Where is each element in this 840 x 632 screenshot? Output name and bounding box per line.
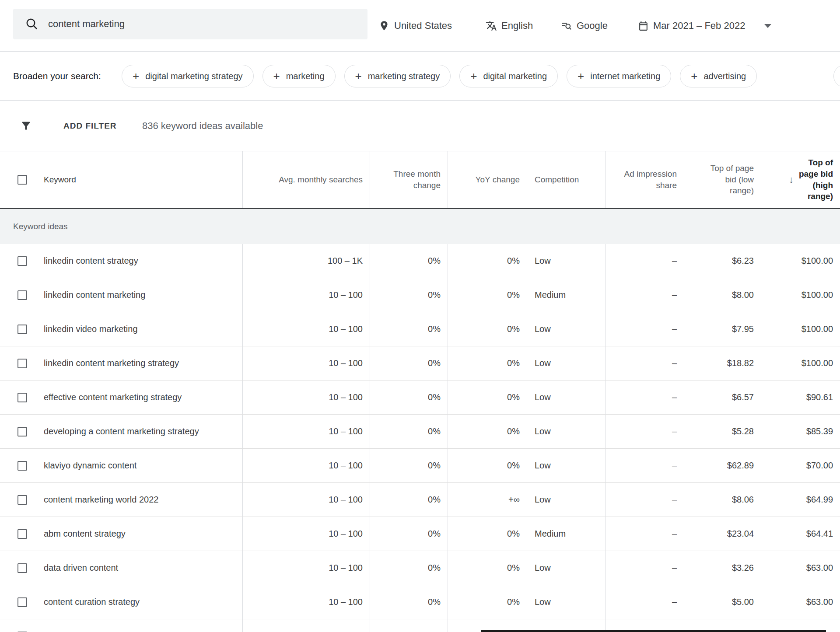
avg-monthly-searches-cell: 10 – 100 bbox=[242, 483, 370, 517]
plus-icon: + bbox=[578, 70, 584, 82]
keyword-text: developing a content marketing strategy bbox=[44, 426, 199, 436]
row-checkbox[interactable] bbox=[18, 290, 27, 300]
keyword-cell: abm content strategy bbox=[0, 517, 242, 551]
search-input[interactable] bbox=[48, 18, 319, 30]
column-label: YoY change bbox=[476, 174, 520, 185]
ad-impression-share-cell: – bbox=[605, 449, 684, 482]
keyword-search-box[interactable] bbox=[13, 9, 368, 39]
table-row: linkedin content marketing 10 – 100 0% 0… bbox=[0, 278, 840, 312]
column-label: Top of page bid (low range) bbox=[708, 163, 754, 196]
competition-cell: Low bbox=[527, 415, 605, 448]
column-header-competition[interactable]: Competition bbox=[527, 151, 605, 208]
translate-icon bbox=[486, 20, 497, 31]
location-setting[interactable]: United States bbox=[378, 0, 452, 52]
keyword-cell: content curation strategy bbox=[0, 585, 242, 619]
three-month-change-cell: 0% bbox=[370, 244, 448, 278]
avg-monthly-searches-cell: 10 – 100 bbox=[242, 619, 370, 632]
column-header-top-page-bid-high[interactable]: ↓ Top of page bid (high range) bbox=[761, 151, 840, 208]
row-checkbox[interactable] bbox=[18, 256, 27, 266]
table-row: klaviyo dynamic content 10 – 100 0% 0% L… bbox=[0, 449, 840, 483]
top-page-bid-low-cell: $6.57 bbox=[684, 381, 761, 414]
broaden-chip-partial[interactable] bbox=[833, 65, 840, 87]
three-month-change-cell: 0% bbox=[370, 551, 448, 585]
broaden-search-label: Broaden your search: bbox=[13, 52, 101, 101]
column-label: Competition bbox=[535, 174, 579, 185]
keyword-cell bbox=[0, 619, 242, 632]
ad-impression-share-cell: – bbox=[605, 346, 684, 380]
row-checkbox[interactable] bbox=[18, 359, 27, 368]
plus-icon: + bbox=[691, 70, 697, 82]
keyword-cell: effective content marketing strategy bbox=[0, 381, 242, 414]
broaden-chip[interactable]: + advertising bbox=[680, 65, 757, 87]
keyword-cell: klaviyo dynamic content bbox=[0, 449, 242, 482]
top-page-bid-low-cell: $5.28 bbox=[684, 415, 761, 448]
chip-label: digital marketing bbox=[483, 71, 547, 81]
top-page-bid-low-cell: $6.23 bbox=[684, 244, 761, 278]
broaden-chip[interactable]: + marketing strategy bbox=[344, 65, 451, 87]
yoy-change-cell: 0% bbox=[448, 381, 527, 414]
ad-impression-share-cell: – bbox=[605, 278, 684, 312]
top-page-bid-high-cell: $64.41 bbox=[761, 517, 840, 551]
keyword-text: linkedin content marketing strategy bbox=[44, 358, 179, 368]
yoy-change-cell: +∞ bbox=[448, 483, 527, 517]
avg-monthly-searches-cell: 10 – 100 bbox=[242, 517, 370, 551]
filter-funnel-icon bbox=[20, 101, 32, 151]
keyword-cell: linkedin content marketing strategy bbox=[0, 346, 242, 380]
column-label: Top of page bid (high range) bbox=[798, 157, 833, 202]
column-header-ad-impression-share[interactable]: Ad impression share bbox=[605, 151, 684, 208]
competition-cell: Medium bbox=[527, 278, 605, 312]
top-page-bid-high-cell: $100.00 bbox=[761, 278, 840, 312]
broaden-chip[interactable]: + internet marketing bbox=[567, 65, 671, 87]
language-label: English bbox=[501, 20, 533, 31]
column-header-avg-monthly-searches[interactable]: Avg. monthly searches bbox=[242, 151, 370, 208]
row-checkbox[interactable] bbox=[18, 597, 27, 607]
column-header-top-page-bid-low[interactable]: Top of page bid (low range) bbox=[684, 151, 761, 208]
competition-cell: Low bbox=[527, 312, 605, 346]
row-checkbox[interactable] bbox=[18, 563, 27, 573]
row-checkbox[interactable] bbox=[18, 427, 27, 436]
plus-icon: + bbox=[470, 70, 477, 82]
row-checkbox[interactable] bbox=[18, 529, 27, 539]
three-month-change-cell: 0% bbox=[370, 278, 448, 312]
ad-impression-share-cell: – bbox=[605, 244, 684, 278]
ad-impression-share-cell: – bbox=[605, 551, 684, 585]
ad-impression-share-cell: – bbox=[605, 585, 684, 619]
three-month-change-cell: 0% bbox=[370, 312, 448, 346]
yoy-change-cell: 0% bbox=[448, 278, 527, 312]
broaden-chip[interactable]: + digital marketing strategy bbox=[122, 65, 254, 87]
yoy-change-cell: 0% bbox=[448, 449, 527, 482]
broaden-chip[interactable]: + digital marketing bbox=[459, 65, 558, 87]
row-checkbox[interactable] bbox=[18, 325, 27, 334]
ad-impression-share-cell: – bbox=[605, 517, 684, 551]
competition-cell: Low bbox=[527, 551, 605, 585]
section-label: Keyword ideas bbox=[13, 222, 68, 231]
chevron-down-icon bbox=[764, 24, 771, 28]
broaden-chip[interactable]: + marketing bbox=[262, 65, 336, 87]
row-checkbox[interactable] bbox=[18, 393, 27, 402]
top-page-bid-low-cell: $8.06 bbox=[684, 483, 761, 517]
date-range-setting[interactable]: Mar 2021 – Feb 2022 bbox=[638, 0, 771, 52]
top-page-bid-low-cell: $18.82 bbox=[684, 346, 761, 380]
column-label: Ad impression share bbox=[622, 168, 677, 191]
yoy-change-cell: 0% bbox=[448, 517, 527, 551]
column-header-keyword[interactable]: Keyword bbox=[0, 151, 242, 208]
select-all-checkbox[interactable] bbox=[18, 175, 27, 185]
avg-monthly-searches-cell: 10 – 100 bbox=[242, 278, 370, 312]
column-header-yoy-change[interactable]: YoY change bbox=[448, 151, 527, 208]
top-page-bid-high-cell: $100.00 bbox=[761, 346, 840, 380]
three-month-change-cell: 0% bbox=[370, 619, 448, 632]
row-checkbox[interactable] bbox=[18, 495, 27, 505]
row-checkbox[interactable] bbox=[18, 461, 27, 471]
top-page-bid-high-cell: $85.39 bbox=[761, 415, 840, 448]
top-page-bid-high-cell: $70.00 bbox=[761, 449, 840, 482]
add-filter-button[interactable]: ADD FILTER bbox=[63, 101, 117, 151]
chip-label: internet marketing bbox=[590, 71, 660, 81]
ad-impression-share-cell: – bbox=[605, 483, 684, 517]
top-page-bid-high-cell: $100.00 bbox=[761, 244, 840, 278]
language-setting[interactable]: English bbox=[486, 0, 533, 52]
table-row: effective content marketing strategy 10 … bbox=[0, 381, 840, 415]
top-page-bid-low-cell: $62.89 bbox=[684, 449, 761, 482]
network-setting[interactable]: Google bbox=[561, 0, 608, 52]
column-header-three-month-change[interactable]: Three month change bbox=[370, 151, 448, 208]
keyword-text: klaviyo dynamic content bbox=[44, 461, 136, 471]
